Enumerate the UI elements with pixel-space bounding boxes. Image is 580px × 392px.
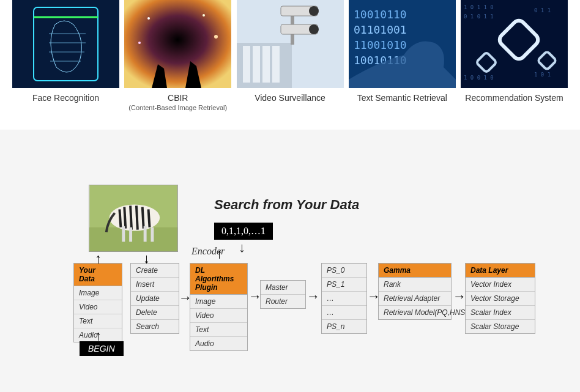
svg-rect-39	[129, 227, 132, 242]
box-row: Scalar Index	[466, 306, 535, 320]
box-row: Router	[261, 295, 305, 308]
app-label: CBIR	[168, 93, 188, 103]
box-data-layer: Data Layer Vector Index Vector Storage S…	[465, 263, 535, 334]
svg-point-7	[138, 42, 141, 44]
app-thumb-text-semantic: 10010110 01101001 11001010 10010110	[349, 0, 456, 88]
arrow-down-icon: ↓	[143, 251, 150, 267]
svg-point-5	[203, 14, 205, 17]
arrow-down-icon: ↓	[239, 240, 245, 256]
vector-box: 0,1,1,0,…1	[214, 223, 273, 240]
app-label: Video Surveillance	[255, 93, 325, 103]
box-row: …	[322, 292, 366, 306]
app-card-recommendation: 1 0 1 1 00 1 0 1 1 1 0 0 1 00 1 1 1 0 1 …	[461, 0, 568, 111]
app-thumb-recommendation: 1 0 1 1 00 1 0 1 1 1 0 0 1 00 1 1 1 0 1	[461, 0, 568, 88]
applications-row: Face Recognition CBIR (Content-Based Ima…	[0, 0, 580, 130]
arrow-up-icon: ↑	[95, 251, 102, 267]
svg-rect-38	[122, 226, 125, 242]
architecture-diagram: Search from Your Data 0,1,1,0,…1 Encoder…	[0, 185, 580, 392]
box-row: PS_0	[322, 264, 366, 278]
svg-rect-3	[124, 0, 231, 88]
app-label: Face Recognition	[32, 93, 99, 103]
app-thumb-cbir	[124, 0, 231, 88]
app-card-video-surveillance: Video Surveillance	[237, 0, 344, 111]
svg-rect-13	[253, 46, 260, 83]
box-row: Image	[190, 295, 247, 309]
arrow-right-icon: →	[248, 289, 262, 305]
arrow-right-icon: →	[367, 289, 381, 305]
box-row: Vector Index	[466, 278, 535, 292]
box-row: Retrieval Model(PQ,HNSW)	[379, 306, 451, 319]
box-operations: Create Insert Update Delete Search	[130, 263, 179, 334]
box-row: PS_n	[322, 320, 366, 333]
box-row: Master	[261, 281, 305, 295]
svg-rect-40	[144, 226, 147, 242]
svg-rect-41	[151, 227, 154, 242]
box-row: Image	[74, 286, 122, 300]
svg-text:1 0 1 1 0: 1 0 1 1 0	[464, 4, 494, 10]
box-row: Vector Storage	[466, 292, 535, 306]
arrow-up-icon: ↑	[216, 246, 223, 262]
svg-rect-36	[89, 227, 177, 251]
app-label: Recommendation System	[465, 93, 563, 103]
svg-rect-15	[272, 46, 280, 83]
svg-text:0 1 1: 0 1 1	[534, 7, 551, 13]
box-row: Insert	[131, 278, 179, 292]
box-row: PS_1	[322, 278, 366, 292]
app-thumb-face-recognition	[12, 0, 119, 88]
svg-text:10010110: 10010110	[354, 8, 407, 21]
box-dl-algorithms: DL Algorithms Plugin Image Video Text Au…	[190, 263, 248, 351]
app-card-face-recognition: Face Recognition	[12, 0, 119, 111]
arrow-right-icon: →	[179, 290, 192, 306]
box-row: Text	[74, 314, 122, 328]
svg-rect-12	[243, 46, 250, 83]
box-header: Gamma	[379, 264, 451, 278]
svg-text:11001010: 11001010	[354, 39, 407, 51]
box-row: Text	[190, 323, 247, 337]
arrow-right-icon: →	[453, 289, 466, 305]
arrow-up-icon: ↑	[95, 328, 102, 344]
box-row: Video	[190, 309, 247, 323]
svg-point-4	[147, 17, 150, 20]
box-header: Data Layer	[466, 264, 535, 278]
box-row: …	[322, 306, 366, 320]
svg-text:1 0 0 1 0: 1 0 0 1 0	[464, 75, 494, 81]
box-row: Video	[74, 300, 122, 314]
svg-rect-0	[12, 0, 119, 88]
app-card-cbir: CBIR (Content-Based Image Retrieval)	[124, 0, 231, 111]
svg-text:1 0 1: 1 0 1	[534, 72, 551, 78]
box-header: Your Data	[74, 264, 122, 286]
box-row: Update	[131, 292, 179, 306]
svg-text:01101001: 01101001	[354, 23, 407, 36]
svg-point-20	[309, 24, 319, 34]
app-thumb-video-surveillance	[237, 0, 344, 88]
svg-point-6	[214, 35, 218, 39]
box-row: Audio	[190, 337, 247, 350]
svg-rect-14	[262, 46, 270, 83]
app-label: Text Semantic Retrieval	[357, 93, 447, 103]
svg-point-18	[309, 6, 319, 16]
diagram-title: Search from Your Data	[214, 197, 359, 213]
diagram-section: Search from Your Data 0,1,1,0,…1 Encoder…	[0, 130, 580, 392]
box-header: DL Algorithms Plugin	[190, 264, 247, 295]
app-sublabel: (Content-Based Image Retrieval)	[128, 104, 227, 111]
box-gamma: Gamma Rank Retrieval Adapter Retrieval M…	[378, 263, 452, 320]
box-master-router: Master Router	[260, 280, 306, 309]
svg-text:0 1 0 1 1: 0 1 0 1 1	[464, 13, 494, 20]
box-ps-shards: PS_0 PS_1 … … PS_n	[321, 263, 367, 334]
svg-point-37	[110, 204, 160, 231]
arrow-right-icon: →	[307, 289, 320, 305]
box-row: Rank	[379, 278, 451, 292]
box-row: Search	[131, 320, 179, 333]
box-row: Create	[131, 264, 179, 278]
app-card-text-semantic: 10010110 01101001 11001010 10010110 Text…	[349, 0, 456, 111]
box-row: Retrieval Adapter	[379, 292, 451, 306]
box-row: Scalar Storage	[466, 320, 535, 333]
box-row: Delete	[131, 306, 179, 320]
zebra-image	[89, 185, 178, 252]
